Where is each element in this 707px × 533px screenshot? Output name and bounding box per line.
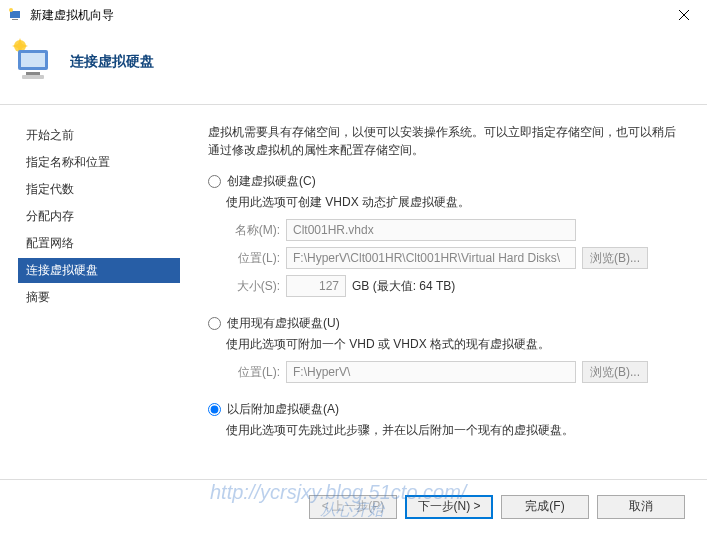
- prev-button[interactable]: < 上一步(P): [309, 495, 397, 519]
- step-name-location[interactable]: 指定名称和位置: [18, 150, 180, 175]
- wizard-icon: [10, 38, 58, 86]
- option-create-vhd: 创建虚拟硬盘(C) 使用此选项可创建 VHDX 动态扩展虚拟硬盘。 名称(M):…: [208, 173, 685, 297]
- titlebar: 新建虚拟机向导: [0, 0, 707, 30]
- wizard-footer: < 上一步(P) 下一步(N) > 完成(F) 取消: [0, 479, 707, 533]
- option-attach-later: 以后附加虚拟硬盘(A) 使用此选项可先跳过此步骤，并在以后附加一个现有的虚拟硬盘…: [208, 401, 685, 439]
- size-suffix: GB (最大值: 64 TB): [352, 278, 455, 295]
- svg-rect-1: [12, 19, 18, 20]
- location-label: 位置(L):: [226, 250, 286, 267]
- step-generation[interactable]: 指定代数: [18, 177, 180, 202]
- cancel-button[interactable]: 取消: [597, 495, 685, 519]
- wizard-header: 连接虚拟硬盘: [0, 30, 707, 105]
- existing-location-input: [286, 361, 576, 383]
- svg-rect-0: [10, 11, 20, 18]
- svg-rect-8: [21, 53, 45, 67]
- window-title: 新建虚拟机向导: [30, 7, 661, 24]
- step-virtual-hard-disk[interactable]: 连接虚拟硬盘: [18, 258, 180, 283]
- content-description: 虚拟机需要具有存储空间，以便可以安装操作系统。可以立即指定存储空间，也可以稍后通…: [208, 123, 685, 159]
- existing-vhd-desc: 使用此选项可附加一个 VHD 或 VHDX 格式的现有虚拟硬盘。: [226, 336, 685, 353]
- step-begin[interactable]: 开始之前: [18, 123, 180, 148]
- name-input: [286, 219, 576, 241]
- radio-existing-vhd[interactable]: [208, 317, 221, 330]
- radio-attach-later[interactable]: [208, 403, 221, 416]
- finish-button[interactable]: 完成(F): [501, 495, 589, 519]
- step-summary[interactable]: 摘要: [18, 285, 180, 310]
- radio-create-label: 创建虚拟硬盘(C): [227, 173, 316, 190]
- next-button[interactable]: 下一步(N) >: [405, 495, 493, 519]
- existing-location-label: 位置(L):: [226, 364, 286, 381]
- page-title: 连接虚拟硬盘: [70, 53, 154, 71]
- option-existing-vhd: 使用现有虚拟硬盘(U) 使用此选项可附加一个 VHD 或 VHDX 格式的现有虚…: [208, 315, 685, 383]
- svg-rect-9: [26, 72, 40, 75]
- radio-existing-label: 使用现有虚拟硬盘(U): [227, 315, 340, 332]
- app-icon: [8, 7, 24, 23]
- size-label: 大小(S):: [226, 278, 286, 295]
- wizard-content: 虚拟机需要具有存储空间，以便可以安装操作系统。可以立即指定存储空间，也可以稍后通…: [180, 105, 707, 485]
- attach-later-desc: 使用此选项可先跳过此步骤，并在以后附加一个现有的虚拟硬盘。: [226, 422, 685, 439]
- svg-rect-10: [22, 75, 44, 79]
- browse-create-button: 浏览(B)...: [582, 247, 648, 269]
- svg-point-2: [9, 8, 13, 12]
- close-button[interactable]: [661, 0, 707, 30]
- radio-create-vhd[interactable]: [208, 175, 221, 188]
- location-input: [286, 247, 576, 269]
- browse-existing-button: 浏览(B)...: [582, 361, 648, 383]
- name-label: 名称(M):: [226, 222, 286, 239]
- radio-later-label: 以后附加虚拟硬盘(A): [227, 401, 339, 418]
- step-memory[interactable]: 分配内存: [18, 204, 180, 229]
- size-input: [286, 275, 346, 297]
- step-network[interactable]: 配置网络: [18, 231, 180, 256]
- create-vhd-desc: 使用此选项可创建 VHDX 动态扩展虚拟硬盘。: [226, 194, 685, 211]
- wizard-steps-sidebar: 开始之前 指定名称和位置 指定代数 分配内存 配置网络 连接虚拟硬盘 摘要: [0, 105, 180, 485]
